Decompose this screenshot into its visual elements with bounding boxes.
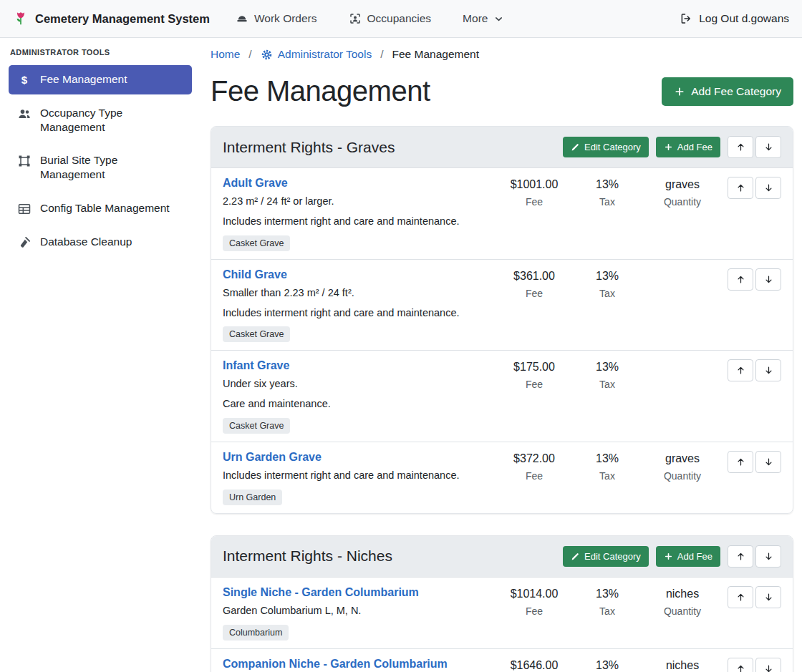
nav-label: Work Orders: [254, 12, 317, 25]
move-fee-down-button[interactable]: [755, 268, 781, 291]
fee-info: Child Grave Smaller than 2.23 m² / 24 ft…: [223, 268, 497, 343]
sidebar-item-config-table-management[interactable]: Config Table Management: [9, 194, 192, 223]
fee-tax-column: 13% Tax: [571, 359, 643, 390]
fee-amount-column: $1001.00 Fee: [497, 177, 571, 208]
arrow-down-icon: [763, 274, 774, 285]
fee-name-link[interactable]: Infant Grave: [223, 359, 289, 372]
fee-category-card: Interment Rights - Niches Edit Category …: [211, 535, 793, 672]
breadcrumb: Home / Administrator Tools / Fee Managem…: [211, 48, 793, 61]
move-fee-up-button[interactable]: [728, 268, 753, 291]
arrow-up-icon: [735, 182, 746, 193]
category-header: Interment Rights - Niches Edit Category …: [211, 536, 793, 578]
logout-link[interactable]: Log Out d.gowans: [680, 12, 789, 25]
chevron-down-icon: [493, 14, 504, 24]
app-brand[interactable]: Cemetery Management System: [13, 11, 210, 26]
fee-reorder: [728, 177, 781, 199]
breadcrumb-separator: /: [380, 48, 383, 61]
move-fee-up-button[interactable]: [728, 658, 753, 672]
fee-quantity: niches: [643, 588, 722, 600]
move-fee-down-button[interactable]: [755, 658, 781, 672]
fee-quantity: graves: [643, 452, 722, 465]
fee-tax: 13%: [571, 361, 643, 374]
move-category-down-button[interactable]: [755, 545, 781, 568]
breadcrumb-admin-label: Administrator Tools: [278, 48, 372, 61]
fee-row: Infant Grave Under six years. Care and m…: [211, 350, 793, 442]
fee-tax-label: Tax: [571, 470, 643, 482]
arrow-down-icon: [763, 142, 774, 152]
arrow-down-icon: [763, 457, 774, 467]
fee-name-link[interactable]: Single Niche - Garden Columbarium: [223, 586, 419, 599]
fee-name-link[interactable]: Companion Niche - Garden Columbarium: [223, 658, 448, 671]
arrow-down-icon: [763, 663, 774, 672]
users-icon: [17, 107, 32, 121]
fee-tax: 13%: [571, 452, 643, 465]
fee-quantity: niches: [643, 659, 722, 672]
sidebar-item-fee-management[interactable]: $ Fee Management: [9, 65, 192, 94]
fee-quantity-column: [643, 268, 722, 275]
move-fee-up-button[interactable]: [728, 586, 753, 608]
fee-description: Includes interment right and care and ma…: [223, 306, 490, 320]
fee-reorder: [728, 658, 781, 672]
fee-name-link[interactable]: Adult Grave: [223, 177, 288, 190]
fee-quantity-label: Quantity: [643, 605, 722, 617]
fee-amount: $1646.00: [497, 659, 571, 672]
arrow-up-icon: [735, 592, 746, 603]
fee-amount: $1001.00: [497, 178, 571, 191]
fee-name-link[interactable]: Child Grave: [223, 268, 287, 281]
move-category-down-button[interactable]: [755, 136, 781, 158]
gear-icon: [261, 49, 273, 61]
move-fee-up-button[interactable]: [728, 177, 753, 199]
arrow-down-icon: [763, 592, 774, 603]
move-fee-up-button[interactable]: [728, 451, 753, 473]
fee-amount: $1014.00: [497, 588, 571, 600]
pencil-icon: [571, 142, 580, 152]
fee-category-card: Interment Rights - Graves Edit Category …: [211, 126, 793, 514]
fee-description: 2.23 m² / 24 ft² or larger.: [223, 195, 490, 208]
arrow-up-icon: [735, 365, 746, 376]
add-fee-category-button[interactable]: Add Fee Category: [662, 77, 793, 106]
fee-tax-column: 13% Tax: [571, 268, 643, 299]
arrow-up-icon: [735, 551, 746, 562]
fee-reorder: [728, 451, 781, 473]
move-fee-up-button[interactable]: [728, 359, 753, 381]
sidebar-item-database-cleanup[interactable]: Database Cleanup: [9, 228, 192, 257]
fee-amount-column: $175.00 Fee: [497, 359, 571, 390]
page-title: Fee Management: [211, 75, 430, 107]
fee-description: Includes interment right and care and ma…: [223, 215, 490, 228]
breadcrumb-admin-tools[interactable]: Administrator Tools: [261, 48, 372, 61]
table-icon: [17, 202, 32, 216]
fee-quantity-column: niches Quantity: [643, 586, 722, 617]
hard-hat-icon: [236, 12, 248, 25]
nav-more[interactable]: More: [463, 12, 504, 25]
fee-amount-column: $1014.00 Fee: [497, 586, 571, 617]
sidebar-nav: $ Fee Management Occupancy Type Manageme…: [9, 65, 192, 257]
nav-work-orders[interactable]: Work Orders: [236, 12, 317, 25]
move-fee-down-button[interactable]: [755, 451, 781, 473]
move-category-up-button[interactable]: [728, 136, 753, 158]
add-fee-button[interactable]: Add Fee: [656, 546, 720, 567]
category-title: Interment Rights - Graves: [223, 139, 395, 156]
nav-occupancies[interactable]: Occupancies: [349, 12, 432, 25]
fee-tax-column: 13% Tax: [571, 177, 643, 208]
logout-label: Log Out d.gowans: [699, 12, 789, 25]
fee-info: Adult Grave 2.23 m² / 24 ft² or larger. …: [223, 177, 497, 251]
breadcrumb-separator: /: [248, 48, 251, 61]
add-fee-button[interactable]: Add Fee: [656, 137, 720, 157]
move-fee-down-button[interactable]: [755, 177, 781, 199]
plus-icon: [664, 142, 673, 152]
category-actions: Edit Category Add Fee: [563, 545, 781, 568]
fee-badge: Casket Grave: [223, 235, 290, 251]
sidebar-item-occupancy-type-management[interactable]: Occupancy Type Management: [9, 99, 192, 142]
edit-category-button[interactable]: Edit Category: [563, 546, 649, 567]
move-category-up-button[interactable]: [728, 545, 753, 568]
breadcrumb-home[interactable]: Home: [211, 48, 240, 61]
arrow-up-icon: [735, 274, 746, 285]
fee-row: Urn Garden Grave Includes interment righ…: [211, 442, 793, 513]
move-fee-down-button[interactable]: [755, 359, 781, 381]
fee-name-link[interactable]: Urn Garden Grave: [223, 451, 322, 464]
arrow-up-icon: [735, 142, 746, 152]
nav-label: More: [463, 12, 488, 25]
edit-category-button[interactable]: Edit Category: [563, 137, 649, 157]
sidebar-item-burial-site-type-management[interactable]: Burial Site Type Management: [9, 146, 192, 189]
move-fee-down-button[interactable]: [755, 586, 781, 608]
